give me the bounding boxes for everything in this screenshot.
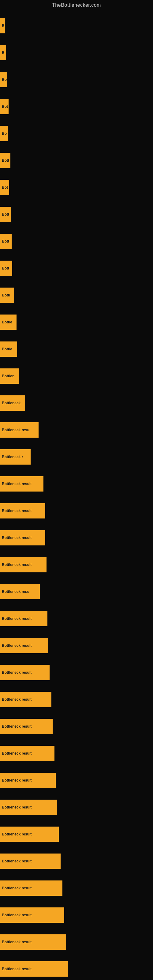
bar-label: Bottleneck result [2, 940, 32, 944]
bars-container: BBBoBotBoBottBotBottBottBottBottlBottleB… [0, 9, 153, 980]
bar-row: Bottleneck result [0, 902, 153, 929]
bar-row: Bottleneck result [0, 524, 153, 551]
bar-item: Bottleneck result [0, 827, 59, 842]
bar-label: Bo [2, 78, 7, 82]
bar-label: Bott [2, 158, 9, 162]
bar-label: Bottleneck result [2, 616, 32, 621]
bar-label: Bottleneck result [2, 482, 32, 486]
bar-row: Bottleneck result [0, 659, 153, 686]
bar-item: B [0, 18, 5, 33]
bar-item: Bottleneck result [0, 503, 45, 519]
bar-row: Bottleneck result [0, 551, 153, 578]
bar-label: Bottleneck result [2, 832, 32, 836]
bar-row: Bottleneck result [0, 875, 153, 902]
bar-row: Bottle [0, 336, 153, 363]
bar-item: Bottleneck result [0, 476, 43, 492]
bar-label: Bottleneck result [2, 967, 32, 971]
bar-item: Bott [0, 261, 12, 276]
bar-row: Bottleneck resu [0, 578, 153, 605]
bar-label: Bottleneck result [2, 670, 32, 675]
bar-row: Bottleneck result [0, 605, 153, 632]
bar-item: Bottleneck result [0, 854, 61, 869]
bar-item: Bottleneck resu [0, 422, 38, 438]
bar-row: Bottleneck result [0, 767, 153, 794]
bar-label: Bottleneck result [2, 724, 32, 729]
bar-item: Bott [0, 234, 12, 249]
bar-label: Bot [2, 105, 8, 109]
bar-label: Bott [2, 212, 9, 216]
bar-label: Bottleneck result [2, 509, 32, 513]
bar-row: Bott [0, 255, 153, 282]
bar-label: Bottle [2, 320, 12, 324]
bar-item: Bottlen [0, 368, 19, 384]
bar-label: Bottleneck result [2, 643, 32, 648]
bar-row: Bottle [0, 309, 153, 336]
bar-row: B [0, 12, 153, 39]
bar-label: Bottleneck result [2, 886, 32, 890]
bar-row: Bottleneck [0, 390, 153, 417]
bar-label: Bottleneck result [2, 778, 32, 783]
bar-item: Bottleneck r [0, 449, 30, 465]
site-title: TheBottlenecker.com [0, 0, 153, 9]
bar-item: Bottleneck resu [0, 584, 40, 599]
bar-row: Bottleneck result [0, 821, 153, 848]
bar-item: Bottleneck result [0, 665, 49, 680]
bar-row: Bo [0, 120, 153, 147]
bar-item: Bo [0, 72, 7, 87]
bar-label: Bottle [2, 347, 12, 351]
bar-row: Bottleneck result [0, 470, 153, 497]
bar-label: B [2, 24, 5, 28]
bar-label: Bottleneck result [2, 859, 32, 863]
bar-item: Bottleneck [0, 395, 25, 411]
bar-item: Bottleneck result [0, 530, 45, 546]
bar-item: Bottl [0, 288, 14, 303]
bar-item: Bot [0, 99, 9, 114]
bar-item: Bottleneck result [0, 692, 51, 707]
bar-row: Bott [0, 228, 153, 255]
bar-row: Bottleneck r [0, 444, 153, 470]
bar-label: Bottleneck result [2, 913, 32, 917]
bar-label: Bottleneck resu [2, 590, 29, 594]
bar-item: Bottleneck result [0, 880, 62, 896]
bar-label: Bott [2, 266, 9, 270]
bar-label: Bottleneck result [2, 536, 32, 540]
bar-item: Bott [0, 207, 11, 222]
bar-label: Bot [2, 185, 8, 189]
bar-item: B [0, 45, 6, 60]
bar-label: Bottlen [2, 374, 14, 378]
bar-row: Bottleneck result [0, 686, 153, 713]
bar-item: Bottleneck result [0, 746, 54, 761]
bar-item: Bottleneck result [0, 611, 48, 626]
bar-item: Bottleneck result [0, 773, 56, 788]
bar-row: Bottleneck result [0, 632, 153, 659]
bar-row: Bott [0, 201, 153, 228]
bar-label: Bottleneck result [2, 805, 32, 810]
bar-item: Bottleneck result [0, 800, 57, 815]
bar-label: Bottleneck r [2, 455, 23, 459]
bar-row: Bottleneck result [0, 497, 153, 524]
bar-label: Bott [2, 239, 9, 243]
bar-item: Bot [0, 180, 9, 195]
bar-row: Bottleneck result [0, 956, 153, 980]
bar-row: Bottleneck result [0, 713, 153, 740]
bar-item: Bottleneck result [0, 638, 48, 653]
bar-item: Bottleneck result [0, 907, 64, 923]
bar-label: Bottleneck result [2, 751, 32, 756]
bar-row: Bot [0, 174, 153, 201]
bar-row: Bottleneck resu [0, 417, 153, 444]
bar-label: Bottleneck result [2, 563, 32, 567]
bar-row: Bott [0, 147, 153, 174]
bar-row: B [0, 39, 153, 66]
bar-item: Bo [0, 126, 8, 141]
bar-row: Bottleneck result [0, 848, 153, 875]
bar-row: Bottleneck result [0, 740, 153, 767]
bar-label: Bo [2, 131, 7, 136]
bar-label: Bottleneck result [2, 697, 32, 702]
bar-item: Bottleneck result [0, 961, 68, 977]
bar-label: B [2, 51, 5, 55]
bar-label: Bottleneck [2, 401, 21, 405]
bar-row: Bottlen [0, 363, 153, 390]
bar-row: Bottleneck result [0, 794, 153, 821]
bar-row: Bot [0, 93, 153, 120]
bar-item: Bottleneck result [0, 934, 66, 950]
